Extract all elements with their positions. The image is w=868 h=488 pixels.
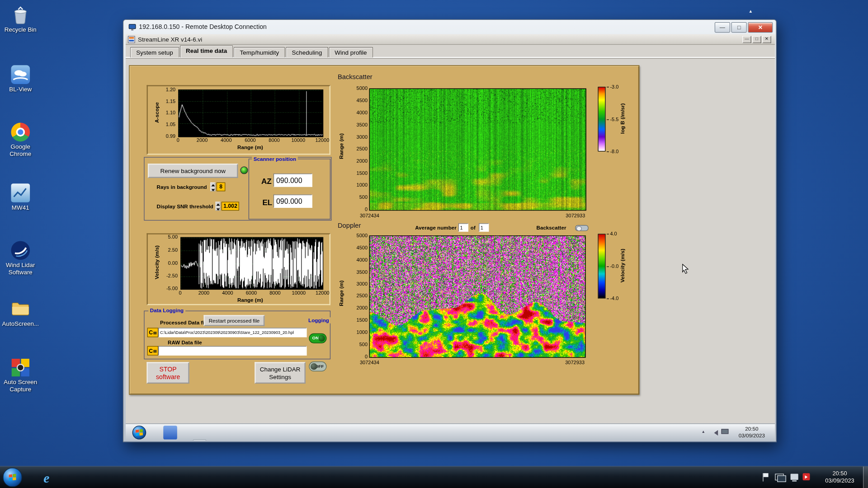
- start-button[interactable]: [3, 468, 22, 487]
- app-restore-button[interactable]: □: [752, 36, 761, 43]
- blue-app-icon[interactable]: [163, 426, 177, 440]
- flag-cloth: [764, 473, 769, 477]
- restart-processed-file-button[interactable]: Restart processed file: [204, 315, 265, 326]
- taskbar-explorer-icon[interactable]: [66, 487, 89, 488]
- hidden-icons-arrow[interactable]: ▲: [749, 9, 753, 14]
- desktop-icon-bl-view[interactable]: BL-View: [1, 65, 40, 93]
- snr-spinner[interactable]: [215, 202, 220, 211]
- remote-volume-icon[interactable]: [711, 430, 718, 436]
- chrome-icon: [11, 123, 30, 142]
- snr-threshold-label: Display SNR threshold: [157, 203, 213, 209]
- velocity-chart-group: Velocity (m/s) 5.002.500.00-2.50-5.00 02…: [146, 233, 330, 305]
- snr-value[interactable]: 1.002: [222, 202, 239, 211]
- close-button[interactable]: ✕: [748, 22, 773, 33]
- stop-software-button[interactable]: STOP software: [146, 362, 189, 384]
- tab-scheduling[interactable]: Scheduling: [286, 47, 328, 57]
- tick-label: -8.0: [607, 149, 623, 154]
- desktop-icon-auto-screen-capture[interactable]: Auto Screen Capture: [1, 358, 40, 393]
- tab-wind-profile[interactable]: Wind profile: [329, 47, 373, 57]
- tick-label: 2000: [192, 290, 216, 296]
- desktop-icon-wind-lidar[interactable]: Wind Lidar Software: [1, 241, 40, 276]
- desktop-icon-mw41[interactable]: MW41: [1, 183, 40, 211]
- show-desktop-button[interactable]: [863, 467, 868, 488]
- rays-value[interactable]: 8: [217, 183, 226, 192]
- taskbar-internet-explorer-icon[interactable]: e: [35, 470, 57, 487]
- el-label: EL: [262, 198, 272, 207]
- ie-e-glyph: e: [43, 471, 49, 486]
- rays-in-background-label: Rays in background: [157, 184, 207, 190]
- tick-label: 1500: [357, 317, 368, 323]
- average-total-input[interactable]: [479, 223, 489, 231]
- maximize-button[interactable]: □: [731, 22, 747, 33]
- windows-flag-icon: [136, 429, 143, 436]
- change-lidar-settings-button[interactable]: Change LiDAR Settings: [255, 362, 306, 384]
- network-stand: [792, 480, 797, 481]
- ascope-x-ticks: 020004000600080001000012000: [166, 138, 334, 143]
- toggle-off-label: OFF: [315, 364, 324, 369]
- raw-drive-button[interactable]: C: [147, 346, 158, 356]
- processed-data-file-label: Processed Data file: [160, 319, 208, 325]
- tab-temp-humidity[interactable]: Temp/humidity: [234, 47, 285, 57]
- rays-spinner[interactable]: [210, 183, 215, 192]
- tick-label: 2500: [357, 146, 368, 152]
- action-center-flag-icon[interactable]: [763, 473, 769, 481]
- tick-label: 4000: [357, 257, 368, 263]
- ascope-y-ticks: 1.201.151.101.050.99: [159, 87, 175, 139]
- desktop-icon-label: Google Chrome: [1, 143, 40, 158]
- remote-network-icon[interactable]: [722, 429, 729, 434]
- desktop-icon-google-chrome[interactable]: Google Chrome: [1, 123, 40, 158]
- tick-label: 3000: [357, 281, 368, 286]
- remote-hidden-icons-arrow[interactable]: ▲: [701, 430, 705, 434]
- el-input[interactable]: [274, 195, 312, 208]
- tab-system-setup[interactable]: System setup: [130, 47, 179, 57]
- scanner-position-group: Scanner position AZ EL: [249, 159, 330, 220]
- app-titlebar[interactable]: StreamLine XR v14-6.vi — □ ✕: [126, 34, 775, 45]
- tick-label: 8000: [262, 138, 286, 143]
- tick-label: 4500: [357, 245, 368, 250]
- az-input[interactable]: [274, 174, 312, 187]
- rdp-titlebar[interactable]: 192.168.0.150 - Remote Desktop Connectio…: [123, 20, 776, 34]
- display-icon[interactable]: [193, 440, 207, 441]
- tick-label: 1.15: [166, 99, 175, 104]
- remote-time: 20:50: [732, 426, 771, 432]
- processed-path-input[interactable]: [158, 328, 307, 337]
- tick-label: 8000: [263, 290, 287, 296]
- stop-line1: STOP: [160, 365, 177, 373]
- backscatter-toggle[interactable]: [575, 225, 588, 231]
- data-logging-title: Data Logging: [148, 307, 185, 313]
- app-close-button[interactable]: ✕: [762, 36, 771, 43]
- doppler-title: Doppler: [338, 222, 361, 230]
- tick-label: 12000: [310, 138, 334, 143]
- host-time: 20:50: [821, 470, 859, 477]
- rdp-client-area: StreamLine XR v14-6.vi — □ ✕ System setu…: [126, 34, 775, 441]
- remote-clock[interactable]: 20:50 03/09/2023: [732, 426, 771, 439]
- desktop-icon-label: MW41: [1, 204, 40, 211]
- rdp-window: 192.168.0.150 - Remote Desktop Connectio…: [123, 19, 777, 442]
- average-number-input[interactable]: [458, 223, 468, 231]
- renew-background-button[interactable]: Renew background now: [148, 164, 238, 178]
- tick-label: 3500: [357, 269, 368, 274]
- raw-path-input[interactable]: [158, 346, 307, 356]
- desktop-icon-autoscreen[interactable]: AutoScreen...: [1, 300, 40, 327]
- processed-logging-toggle[interactable]: ON: [309, 333, 326, 343]
- tick-label: 1500: [357, 170, 368, 176]
- backscatter-y-axis-title: Range (m): [338, 130, 344, 163]
- raw-logging-toggle[interactable]: OFF: [309, 361, 326, 371]
- processed-drive-button[interactable]: C: [147, 328, 158, 337]
- tick-label: 12000: [311, 290, 334, 296]
- remote-start-button[interactable]: [132, 426, 146, 440]
- app-minimize-button[interactable]: —: [742, 36, 751, 43]
- lidar-front-panel: A-scope 1.201.151.101.050.99 02000400060…: [129, 65, 639, 394]
- dual-monitor-icon[interactable]: [775, 474, 784, 480]
- rdp-window-title: 192.168.0.150 - Remote Desktop Connectio…: [139, 23, 267, 30]
- media-tray-icon[interactable]: [803, 473, 810, 480]
- raw-data-file-label: RAW Data file: [168, 339, 202, 345]
- network-icon[interactable]: [791, 474, 798, 479]
- desktop-icon-recycle-bin[interactable]: Recycle Bin: [1, 5, 40, 33]
- tick-label: 2000: [357, 158, 368, 164]
- host-clock[interactable]: 20:50 03/09/2023: [821, 470, 859, 484]
- tab-real-time-data[interactable]: Real time data: [180, 45, 233, 57]
- tick-label: 4000: [216, 290, 239, 296]
- minimize-button[interactable]: —: [715, 22, 730, 33]
- tick-label: 3500: [357, 122, 368, 127]
